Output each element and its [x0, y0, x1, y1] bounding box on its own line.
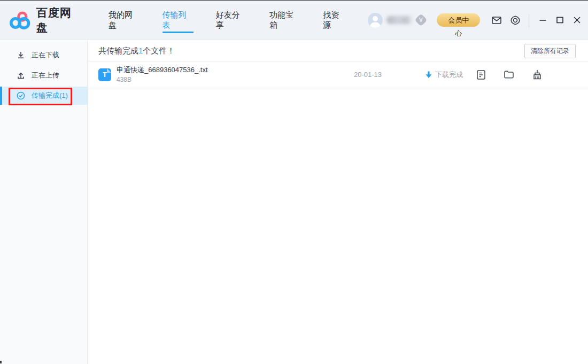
v-letter: V — [420, 17, 423, 23]
tab-transfer-list[interactable]: 传输列表 — [161, 1, 195, 40]
tab-label: 功能宝箱 — [269, 10, 301, 30]
close-icon[interactable] — [574, 17, 581, 24]
minimize-icon[interactable] — [539, 17, 546, 24]
file-date: 20-01-13 — [354, 71, 384, 79]
file-status-text: 下载完成 — [435, 70, 463, 80]
sidebar-item-transfer-complete[interactable]: 传输完成(1) — [0, 87, 87, 105]
gear-icon[interactable] — [510, 16, 520, 25]
file-status: 下载完成 — [425, 70, 463, 80]
sidebar: 正在下载 正在上传 传输完成(1) — [0, 41, 88, 364]
check-circle-icon — [17, 91, 25, 100]
titlebar-divider — [529, 13, 529, 27]
tab-friend-share[interactable]: 好友分享 — [215, 1, 249, 40]
avatar[interactable] — [368, 13, 383, 28]
main-content: 共传输完成1个文件！ 清除所有记录 T 申通快递_668936047536_.t… — [88, 41, 588, 364]
mail-icon[interactable] — [492, 17, 501, 24]
upload-icon — [17, 71, 25, 80]
username-blurred — [386, 16, 414, 24]
file-name: 申通快递_668936047536_.txt — [117, 66, 354, 74]
sidebar-item-downloading[interactable]: 正在下载 — [0, 46, 87, 64]
transfer-summary: 共传输完成1个文件！ — [98, 46, 175, 56]
file-row[interactable]: T 申通快递_668936047536_.txt 438B 20-01-13 下… — [88, 61, 588, 88]
open-folder-icon[interactable] — [504, 71, 514, 79]
tab-label: 找资源 — [323, 10, 346, 30]
tab-label: 我的网盘 — [109, 10, 140, 30]
person-icon — [368, 13, 383, 28]
corner-artifact — [0, 361, 2, 363]
file-meta: 申通快递_668936047536_.txt 438B — [117, 66, 354, 83]
file-detail-icon[interactable] — [477, 70, 485, 80]
txt-file-icon: T — [98, 68, 111, 81]
titlebar: 百度网盘 我的网盘 传输列表 好友分享 功能宝箱 找资源 — [0, 1, 588, 40]
main-nav: 我的网盘 传输列表 好友分享 功能宝箱 找资源 — [107, 1, 368, 40]
download-icon — [17, 51, 25, 59]
summary-suffix: 个文件！ — [143, 46, 175, 55]
tab-my-drive[interactable]: 我的网盘 — [107, 1, 141, 40]
brand: 百度网盘 — [10, 5, 83, 35]
main-header: 共传输完成1个文件！ 清除所有记录 — [88, 41, 588, 61]
tab-find-resources[interactable]: 找资源 — [322, 1, 347, 40]
download-arrow-icon — [425, 71, 432, 79]
sidebar-item-uploading[interactable]: 正在上传 — [0, 66, 87, 84]
file-icon-letter: T — [103, 71, 107, 79]
titlebar-right: V 会员中心 — [368, 13, 581, 28]
vip-v-badge-icon[interactable]: V — [415, 13, 428, 26]
sidebar-item-label: 传输完成(1) — [32, 91, 68, 100]
tab-function-box[interactable]: 功能宝箱 — [268, 1, 302, 40]
app-window: 百度网盘 我的网盘 传输列表 好友分享 功能宝箱 找资源 — [0, 0, 588, 364]
baidu-netdisk-logo — [10, 11, 31, 30]
sidebar-item-label: 正在下载 — [32, 50, 59, 60]
maximize-icon[interactable] — [556, 17, 563, 24]
tab-label: 传输列表 — [162, 10, 194, 30]
clear-all-records-button[interactable]: 清除所有记录 — [524, 44, 576, 58]
vip-center-button[interactable]: 会员中心 — [437, 13, 480, 27]
broom-icon[interactable] — [532, 69, 542, 80]
app-title: 百度网盘 — [36, 5, 83, 35]
file-size: 438B — [117, 76, 354, 83]
sidebar-item-label: 正在上传 — [32, 71, 59, 80]
tab-label: 好友分享 — [216, 10, 247, 30]
summary-prefix: 共传输完成 — [98, 46, 138, 55]
